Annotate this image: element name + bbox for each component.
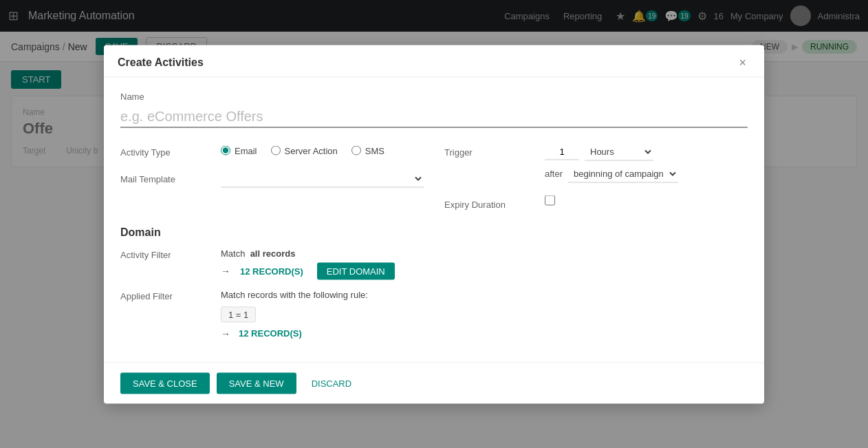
activity-type-options: Email Server Action SMS xyxy=(221,142,424,156)
form-col-right: Trigger Hours Minutes Days Weeks Months xyxy=(444,142,748,222)
radio-sms[interactable]: SMS xyxy=(351,145,384,156)
trigger-number-input[interactable] xyxy=(545,143,579,160)
applied-filter-actions: → 12 RECORD(S) xyxy=(221,328,748,339)
applied-arrow-icon: → xyxy=(221,328,230,339)
radio-email[interactable]: Email xyxy=(221,145,257,156)
modal-title: Create Activities xyxy=(118,56,204,68)
radio-server-action-input[interactable] xyxy=(271,146,281,156)
trigger-label: Trigger xyxy=(444,142,534,157)
name-section: Name xyxy=(120,91,748,127)
activity-filter-row: Activity Filter Match all records → 12 R… xyxy=(120,248,748,279)
match-text-prefix: Match xyxy=(221,248,245,258)
trigger-after-label: after xyxy=(545,169,563,179)
trigger-unit-select[interactable]: Hours Minutes Days Weeks Months xyxy=(585,142,653,160)
applied-records-link[interactable]: 12 RECORD(S) xyxy=(239,328,302,339)
rule-badge: 1 = 1 xyxy=(221,306,256,322)
radio-email-label: Email xyxy=(235,145,257,156)
trigger-after-row: after beginning of campaign end of campa… xyxy=(545,164,748,182)
modal-header: Create Activities × xyxy=(104,45,764,77)
applied-match-text: Match records with the following rule: xyxy=(221,289,748,299)
trigger-when-select[interactable]: beginning of campaign end of campaign sp… xyxy=(568,164,678,182)
applied-filter-label: Applied Filter xyxy=(120,289,210,301)
modal-body: Name Activity Type Email Se xyxy=(104,77,764,362)
rule-container: 1 = 1 xyxy=(221,303,748,322)
expiry-label: Expiry Duration xyxy=(444,195,534,209)
activity-filter-actions: → 12 RECORD(S) EDIT DOMAIN xyxy=(221,262,748,279)
domain-section: Domain Activity Filter Match all records… xyxy=(120,222,748,339)
applied-filter-content: Match records with the following rule: 1… xyxy=(221,289,748,339)
radio-server-action[interactable]: Server Action xyxy=(271,145,338,156)
edit-domain-button[interactable]: EDIT DOMAIN xyxy=(317,262,395,279)
form-col-left: Activity Type Email Server Action SMS xyxy=(120,142,424,222)
create-activities-modal: Create Activities × Name Activity Type E… xyxy=(104,45,764,403)
activity-filter-label: Activity Filter xyxy=(120,248,210,259)
save-close-button[interactable]: SAVE & CLOSE xyxy=(120,372,210,394)
trigger-row: Trigger Hours Minutes Days Weeks Months xyxy=(444,142,748,182)
mail-template-label: Mail Template xyxy=(120,169,210,184)
mail-template-row: Mail Template xyxy=(120,169,424,187)
radio-email-input[interactable] xyxy=(221,146,230,156)
applied-filter-row: Applied Filter Match records with the fo… xyxy=(120,289,748,339)
discard-modal-button[interactable]: DISCARD xyxy=(303,372,360,394)
radio-server-action-label: Server Action xyxy=(285,145,338,156)
modal-footer: SAVE & CLOSE SAVE & NEW DISCARD xyxy=(104,362,764,403)
radio-sms-label: SMS xyxy=(365,145,384,156)
arrow-right-icon: → xyxy=(221,266,230,277)
expiry-row: Expiry Duration xyxy=(444,195,748,209)
expiry-control xyxy=(545,195,748,205)
modal-close-button[interactable]: × xyxy=(735,54,750,70)
records-link[interactable]: 12 RECORD(S) xyxy=(240,266,303,276)
expiry-checkbox[interactable] xyxy=(545,195,555,205)
name-input[interactable] xyxy=(120,105,748,127)
activity-filter-content: Match all records → 12 RECORD(S) EDIT DO… xyxy=(221,248,748,279)
activity-match-text: Match all records xyxy=(221,248,748,258)
trigger-section: Hours Minutes Days Weeks Months after be… xyxy=(545,142,748,182)
radio-sms-input[interactable] xyxy=(351,146,361,156)
activity-type-row: Activity Type Email Server Action SMS xyxy=(120,142,424,157)
mail-template-select[interactable] xyxy=(221,169,424,187)
match-text-bold: all records xyxy=(250,248,296,258)
trigger-number-row: Hours Minutes Days Weeks Months xyxy=(545,142,748,160)
domain-section-header: Domain xyxy=(120,222,748,238)
form-columns: Activity Type Email Server Action SMS xyxy=(120,142,748,222)
activity-type-label: Activity Type xyxy=(120,142,210,157)
name-label: Name xyxy=(120,91,748,101)
mail-template-control xyxy=(221,169,424,187)
save-new-button[interactable]: SAVE & NEW xyxy=(217,372,296,394)
